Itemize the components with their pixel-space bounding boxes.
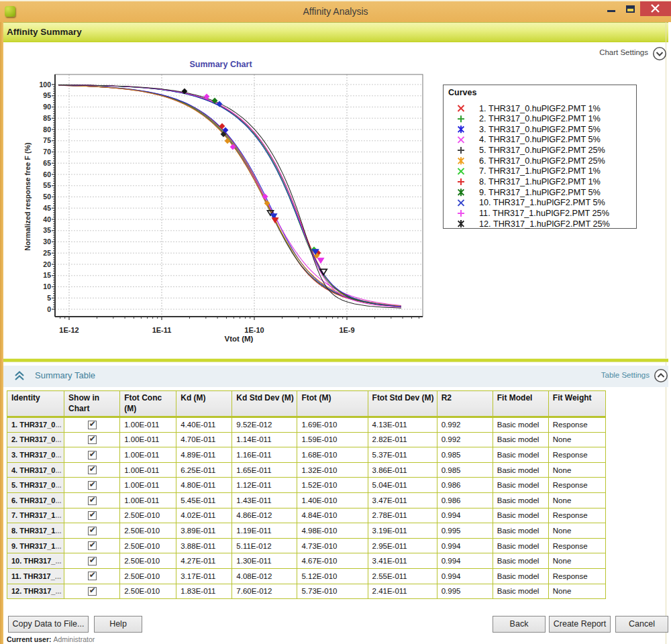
- svg-text:1E-12: 1E-12: [59, 326, 79, 334]
- svg-text:1E-11: 1E-11: [152, 326, 172, 334]
- svg-text:7. THR317_1.huPlGF2.PMT 1%: 7. THR317_1.huPlGF2.PMT 1%: [479, 166, 601, 176]
- svg-text:40: 40: [43, 215, 51, 223]
- svg-text:4. THR317_0.huPlGF2.PMT 5%: 4. THR317_0.huPlGF2.PMT 5%: [479, 135, 601, 144]
- svg-text:65: 65: [43, 159, 51, 167]
- svg-text:55: 55: [43, 181, 51, 189]
- svg-text:60: 60: [43, 170, 51, 178]
- svg-text:0: 0: [47, 305, 51, 313]
- svg-text:50: 50: [43, 193, 51, 201]
- svg-text:1E-9: 1E-9: [339, 326, 354, 334]
- svg-text:45: 45: [43, 204, 51, 212]
- svg-text:95: 95: [43, 91, 51, 99]
- svg-text:35: 35: [43, 226, 51, 234]
- svg-text:Normalized response free F (%): Normalized response free F (%): [23, 142, 32, 251]
- svg-text:30: 30: [43, 237, 51, 246]
- svg-text:5: 5: [47, 294, 51, 302]
- svg-text:85: 85: [43, 114, 51, 122]
- svg-text:20: 20: [43, 260, 51, 268]
- svg-text:9. THR317_1.huPlGF2.PMT 5%: 9. THR317_1.huPlGF2.PMT 5%: [479, 188, 601, 197]
- svg-text:10. THR317_1.huPlGF2.PMT 5%: 10. THR317_1.huPlGF2.PMT 5%: [479, 198, 605, 207]
- svg-text:5. THR317_0.huPlGF2.PMT 25%: 5. THR317_0.huPlGF2.PMT 25%: [479, 146, 605, 155]
- svg-text:90: 90: [43, 103, 51, 111]
- svg-text:12. THR317_1.huPlGF2.PMT 25%: 12. THR317_1.huPlGF2.PMT 25%: [479, 219, 610, 229]
- svg-text:1E-10: 1E-10: [244, 326, 264, 334]
- svg-text:Summary Chart: Summary Chart: [189, 60, 252, 69]
- svg-text:25: 25: [43, 249, 51, 257]
- svg-text:10: 10: [43, 282, 51, 290]
- svg-text:6. THR317_0.huPlGF2.PMT 25%: 6. THR317_0.huPlGF2.PMT 25%: [479, 156, 605, 166]
- svg-text:80: 80: [43, 125, 51, 133]
- svg-text:1. THR317_0.huPlGF2.PMT 1%: 1. THR317_0.huPlGF2.PMT 1%: [479, 104, 601, 113]
- svg-text:2. THR317_0.huPlGF2.PMT 1%: 2. THR317_0.huPlGF2.PMT 1%: [479, 114, 601, 123]
- svg-text:70: 70: [43, 148, 51, 156]
- svg-text:100: 100: [39, 80, 51, 89]
- svg-text:8. THR317_1.huPlGF2.PMT 1%: 8. THR317_1.huPlGF2.PMT 1%: [479, 177, 601, 186]
- svg-text:75: 75: [43, 136, 51, 144]
- svg-text:Vtot (M): Vtot (M): [225, 335, 254, 343]
- svg-text:11. THR317_1.huPlGF2.PMT 25%: 11. THR317_1.huPlGF2.PMT 25%: [479, 209, 609, 218]
- svg-text:3. THR317_0.huPlGF2.PMT 5%: 3. THR317_0.huPlGF2.PMT 5%: [479, 125, 601, 134]
- svg-text:15: 15: [43, 271, 51, 279]
